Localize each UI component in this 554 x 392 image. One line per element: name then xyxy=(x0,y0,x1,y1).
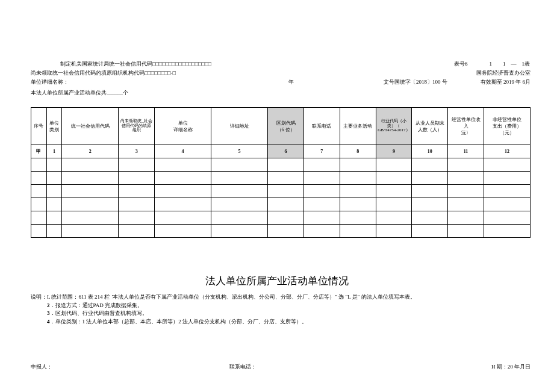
valid-until: 有效期至 2019 年 6月 xyxy=(481,78,531,86)
col-staff: 从业人员期末人数（人） xyxy=(412,108,448,145)
col-category: 单位类别 xyxy=(46,108,62,145)
col-fallback: 尚未领取统_社会信用代码的填原组织 xyxy=(119,108,155,145)
idx-8: 8 xyxy=(340,145,376,158)
idx-5: 5 xyxy=(211,145,268,158)
main-table: 序号 单位类别 统一社会信用代码 尚未领取统_社会信用代码的填原组织 单位 详细… xyxy=(31,107,531,238)
col-seq: 序号 xyxy=(31,108,47,145)
table-row xyxy=(31,172,531,185)
idx-6: 6 xyxy=(268,145,304,158)
year-char: 年 xyxy=(288,79,294,85)
form-number-right: 表号6 1 1 — 1表 xyxy=(454,60,530,68)
main-table-container: 序号 单位类别 统一社会信用代码 尚未领取统_社会信用代码的填原组织 单位 详细… xyxy=(31,107,531,238)
idx-11: 11 xyxy=(448,145,484,158)
notes-block: 说明：L 统计范围：611 表 214 栏' '本法人单位是否有下属产业活动单位… xyxy=(31,293,416,326)
col-uscc: 统一社会信用代码 xyxy=(62,108,119,145)
doc-no: 文号国统字〔2018〕100 号 xyxy=(384,78,447,86)
col-industry: 行业代码（小类）（ GB/T4754-2017） xyxy=(376,108,412,145)
note-4: 4．单位类别：1 法人单位本部（总部、本店、本所等）2 法人单位分支机构（分部、… xyxy=(31,318,416,326)
idx-3: 3 xyxy=(119,145,155,158)
note-2: 2．报送方式：通过PAD 完成数据采集。 xyxy=(31,302,416,310)
footer-row: 申报人： 联系电话： H 期：20 年月日 xyxy=(31,363,531,371)
idx-4: 4 xyxy=(155,145,211,158)
header-row-3: 单位详细名称： 年 有效期至 2019 年 6月 文号国统字〔2018〕100 … xyxy=(31,78,531,86)
table-row xyxy=(31,185,531,198)
table-row xyxy=(31,198,531,211)
idx-2: 2 xyxy=(62,145,119,158)
issuing-authority: 制定机关国家统计局统一社会信用代码□□□□□□□□□□□□□□□□□□ xyxy=(60,61,211,67)
idx-7: 7 xyxy=(303,145,340,158)
table-row xyxy=(31,225,531,238)
idx-9: 9 xyxy=(376,145,412,158)
table-header-row: 序号 单位类别 统一社会信用代码 尚未领取统_社会信用代码的填原组织 单位 详细… xyxy=(31,108,531,145)
idx-12: 12 xyxy=(484,145,530,158)
reporter-label: 申报人： xyxy=(31,364,52,370)
fallback-code-line: 尚未领取统一社会信用代码的填原组织机构代码□□□□□□□□-□ xyxy=(31,70,176,76)
col-address: 详细地址 xyxy=(211,108,268,145)
header-row-1: 制定机关国家统计局统一社会信用代码□□□□□□□□□□□□□□□□□□ 表号6 … xyxy=(60,60,530,68)
col-phone: 联系电话 xyxy=(303,108,340,145)
col-business: 主要业务活动 xyxy=(340,108,376,145)
idx-10: 10 xyxy=(412,145,448,158)
date-label: H 期：20 年月日 xyxy=(491,363,531,371)
header-row-2: 尚未领取统一社会信用代码的填原组织机构代码□□□□□□□□-□ 国务院经济普查办… xyxy=(31,69,531,77)
contact-phone-label: 联系电话： xyxy=(229,363,257,371)
sub-units-count: 本法人单位所属产业活动单位共______个 xyxy=(31,89,128,97)
note-1: 说明：L 统计范围：611 表 214 栏' '本法人单位是否有下属产业活动单位… xyxy=(31,293,416,302)
col-name: 单位 详细名称 xyxy=(155,108,211,145)
idx-1: 1 xyxy=(46,145,62,158)
unit-name-label: 单位详细名称： xyxy=(31,79,69,85)
col-income: 经营性单位收入 沅〉 xyxy=(448,108,484,145)
table-row xyxy=(31,211,531,225)
table-index-row: 甲 1 2 3 4 5 6 7 8 9 10 11 12 xyxy=(31,145,531,158)
page-title: 法人单位所属产业活动单位情况 xyxy=(0,274,554,288)
note-3: 3．区划代码、行业代码由普查机构填写。 xyxy=(31,310,416,318)
col-expense: 非经营性单位 支出（费用） （元） xyxy=(484,108,530,145)
col-region: 区划代码 （6 位） xyxy=(268,108,304,145)
supervisor-office: 国务院经济普查办公室 xyxy=(476,69,531,77)
idx-a: 甲 xyxy=(31,145,47,158)
table-row xyxy=(31,158,531,172)
